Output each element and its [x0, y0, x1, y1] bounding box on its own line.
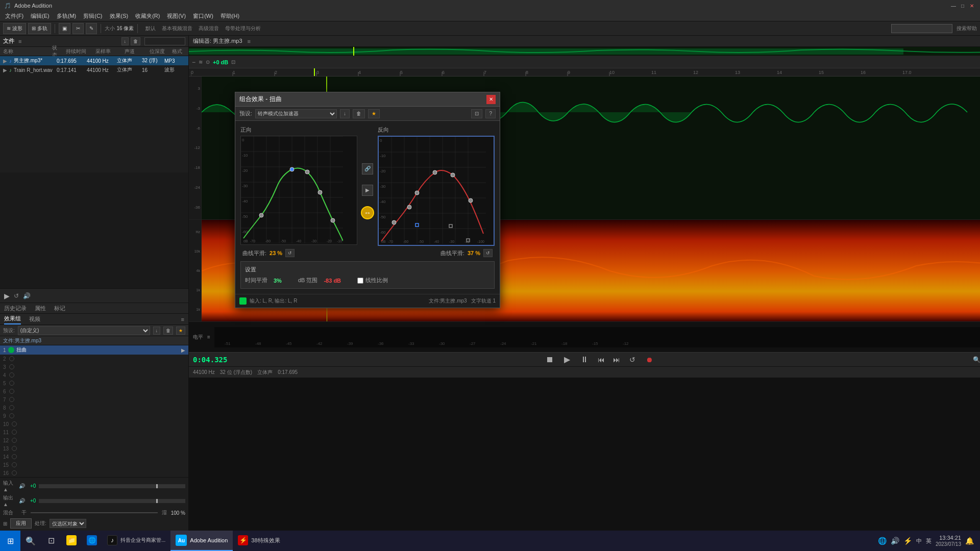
stop-btn[interactable]: ⏹ [543, 355, 557, 364]
effect-slot-11[interactable]: 11 [0, 428, 188, 436]
clock[interactable]: 13:34:21 2023/07/13 [936, 535, 961, 547]
taskbar-app-browser[interactable]: 🌐 [82, 531, 102, 551]
effect-slot-16[interactable]: 16 [0, 469, 188, 477]
taskbar-app-explorer[interactable]: 📁 [61, 531, 82, 551]
file-item-0[interactable]: ▶ ♪ 男主撩.mp3* 0:17.695 44100 Hz 立体声 32 (浮… [0, 56, 188, 65]
tool-razor[interactable]: ✂ [72, 23, 84, 34]
close-button[interactable]: ✕ [968, 2, 976, 10]
effect-slot-3[interactable]: 3 [0, 363, 188, 371]
lang-icon[interactable]: 英 [926, 537, 932, 545]
rewind-btn[interactable]: ⏮ [596, 356, 607, 364]
curve-flat-fwd-reset[interactable]: ↺ [285, 249, 295, 257]
workspace-mix[interactable]: 高级混音 [199, 25, 219, 32]
dialog-preset-select[interactable]: 铃声模式位加速器 [255, 109, 337, 118]
tab-video[interactable]: 视频 [29, 314, 40, 324]
effect-enabled-1[interactable] [8, 347, 14, 353]
linear-checkbox[interactable] [357, 278, 363, 284]
preset-save[interactable]: ↓ [153, 327, 161, 335]
loop-btn[interactable]: ↺ [14, 292, 19, 299]
tab-markers[interactable]: 标记 [54, 304, 65, 313]
link-channels-btn[interactable]: 🔗 [362, 163, 373, 174]
tool-select[interactable]: ▣ [59, 23, 70, 34]
menu-item-2[interactable]: 多轨(M) [54, 11, 80, 21]
dialog-help[interactable]: ? [485, 109, 496, 118]
start-button[interactable]: ⊞ [0, 531, 20, 551]
effect-slot-5[interactable]: 5 [0, 379, 188, 387]
delete-file-btn[interactable]: 🗑 [131, 37, 140, 45]
preset-star[interactable]: ★ [176, 327, 185, 335]
effect-slot-15[interactable]: 15 [0, 461, 188, 469]
workspace-master[interactable]: 母带处理与分析 [225, 25, 261, 32]
effect-slot-2[interactable]: 2 [0, 355, 188, 363]
dialog-undock[interactable]: ⊡ [471, 109, 482, 118]
apply-button[interactable]: 应用 [10, 518, 32, 529]
dialog-preset-save[interactable]: ↓ [340, 109, 350, 118]
dialog-close-button[interactable]: ✕ [486, 95, 496, 104]
battery-icon[interactable]: ⚡ [903, 537, 912, 545]
dialog-preset-star[interactable]: ★ [368, 109, 380, 118]
ffwd-btn[interactable]: ⏭ [611, 356, 622, 364]
search-taskbar-btn[interactable]: 🔍 [20, 531, 41, 551]
play-btn-mini[interactable]: ▶ [4, 292, 10, 300]
forward-graph-container[interactable]: 0 -10 -20 -30 -40 -50 -60 [240, 136, 357, 245]
effect-slot-7[interactable]: 7 [0, 395, 188, 404]
workspace-default[interactable]: 默认 [145, 25, 156, 32]
menu-item-6[interactable]: 视图(V) [164, 11, 189, 21]
effect-slot-12[interactable]: 12 [0, 436, 188, 444]
mode-wave-btn[interactable]: ≋ 波形 [3, 23, 26, 34]
menu-item-7[interactable]: 窗口(W) [190, 11, 216, 21]
import-btn[interactable]: ↓ [121, 37, 129, 45]
waveform-overview[interactable] [189, 47, 980, 56]
dialog-preset-del[interactable]: 🗑 [353, 109, 365, 118]
search-input[interactable] [891, 24, 952, 33]
effect-slot-10[interactable]: 10 [0, 420, 188, 428]
loop-btn-transport[interactable]: ↺ [626, 356, 639, 364]
menu-item-0[interactable]: 文件(F) [2, 11, 27, 21]
output-fader-handle[interactable] [156, 499, 158, 503]
input-fader-handle[interactable] [156, 484, 158, 488]
file-item-1[interactable]: ▶ ♪ Train R_hort.wav 0:17.141 44100 Hz 立… [0, 65, 188, 74]
tab-properties[interactable]: 属性 [35, 304, 46, 313]
menu-item-3[interactable]: 剪辑(C) [80, 11, 105, 21]
file-search-input[interactable] [144, 37, 185, 45]
taskbar-app-cortana[interactable]: ⊡ [41, 531, 61, 551]
effect-slot-8[interactable]: 8 [0, 404, 188, 412]
effect-slot-13[interactable]: 13 [0, 444, 188, 453]
copy-to-reverse-btn[interactable]: ▶ [362, 185, 373, 196]
title-controls[interactable]: — □ ✕ [949, 2, 976, 10]
zoom-in-transport[interactable]: 🔍+ [971, 356, 980, 363]
effect-slot-9[interactable]: 9 [0, 412, 188, 420]
drag-handle[interactable]: ↔ [361, 206, 374, 219]
tool-pencil[interactable]: ✎ [86, 23, 97, 34]
curve-flat-rev-reset[interactable]: ↺ [483, 249, 493, 257]
zoom-out-icon[interactable]: − [192, 59, 195, 66]
network-icon[interactable]: 🌐 [878, 537, 887, 545]
menu-item-1[interactable]: 编辑(E) [28, 11, 53, 21]
menu-item-5[interactable]: 收藏夹(R) [132, 11, 163, 21]
volume-icon[interactable]: 🔊 [891, 537, 899, 545]
reverse-graph-container[interactable]: 0 -10 -20 -30 -40 -50 -60 [378, 136, 495, 246]
keyboard-lang[interactable]: 中 [916, 537, 922, 545]
tab-history[interactable]: 历史记录 [4, 304, 27, 313]
workspace-basic[interactable]: 基本视频混音 [162, 25, 192, 32]
menu-item-4[interactable]: 效果(S) [107, 11, 132, 21]
menu-item-8[interactable]: 帮助(H) [217, 11, 242, 21]
process-select[interactable]: 仅选区对象 [50, 519, 86, 528]
taskbar-app-tiktok[interactable]: ♪ 抖音企业号商家管... [102, 531, 170, 551]
taskbar-app-audition[interactable]: Au Adobe Audition [170, 531, 233, 551]
mode-multi-btn[interactable]: ⊞ 多轨 [28, 23, 51, 34]
preset-delete[interactable]: 🗑 [163, 327, 173, 335]
notifications-icon[interactable]: 🔔 [965, 537, 974, 545]
effect-slot-6[interactable]: 6 [0, 387, 188, 395]
tab-effects[interactable]: 效果组 [4, 314, 21, 324]
preset-select[interactable]: (自定义) [18, 326, 150, 335]
effect-slot-4[interactable]: 4 [0, 371, 188, 379]
taskbar-app-effects[interactable]: ⚡ 38特殊效果 [233, 531, 285, 551]
effect-slot-14[interactable]: 14 [0, 453, 188, 461]
gain-settings-icon[interactable]: ⊡ [231, 59, 235, 65]
record-btn[interactable]: ⏺ [643, 356, 656, 364]
pause-btn[interactable]: ⏸ [577, 355, 592, 364]
effect-item-1[interactable]: 1 扭曲 ▶ [0, 345, 188, 355]
minimize-button[interactable]: — [949, 2, 958, 10]
play-btn[interactable]: ▶ [561, 355, 573, 364]
